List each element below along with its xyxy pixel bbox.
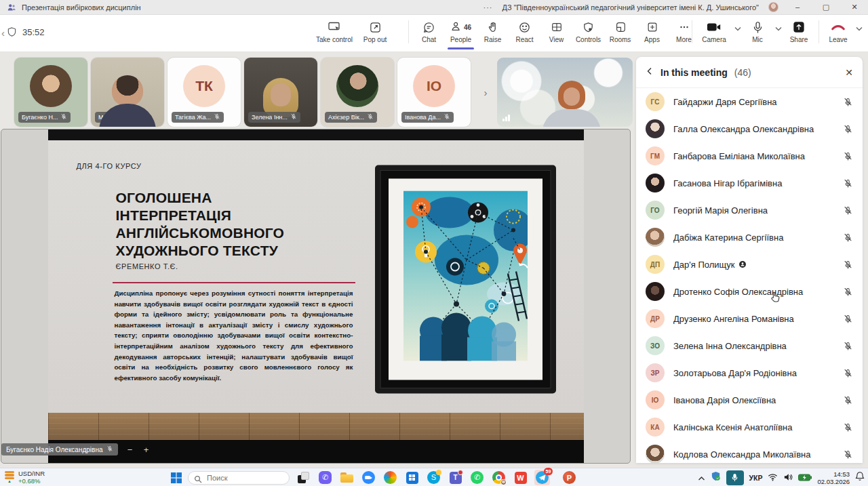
avatar-initials: ЗР — [646, 363, 665, 382]
raise-button[interactable]: Raise — [477, 19, 509, 43]
panel-close-icon[interactable]: ✕ — [845, 67, 853, 78]
titlebar-more-icon[interactable]: ··· — [483, 3, 492, 12]
store-icon[interactable] — [404, 470, 420, 485]
participant-row[interactable]: ЗРЗолотарьова Дар'я Родіонівна — [636, 359, 863, 386]
avatar[interactable] — [768, 2, 778, 12]
mic-muted-icon[interactable] — [843, 287, 853, 297]
start-button[interactable] — [171, 472, 182, 483]
controls-label: Controls — [576, 36, 601, 43]
mic-button[interactable]: Mic — [743, 19, 772, 43]
mic-muted-icon[interactable] — [843, 449, 853, 460]
panel-back-icon[interactable] — [646, 67, 654, 77]
people-button[interactable]: 46 People — [445, 19, 477, 43]
task-view-icon[interactable] — [296, 470, 311, 485]
minimize-button[interactable]: – — [788, 0, 807, 14]
participant-row[interactable]: ДПДар'я Полищук — [636, 251, 863, 278]
windows-taskbar: ▲ USD/INR +0.68% ✆ST✆W59P УКР 14:53 02.0… — [0, 468, 868, 486]
strip-prev-icon[interactable]: ‹ — [1, 27, 5, 39]
mic-muted-icon[interactable] — [843, 151, 853, 161]
mic-chevron-icon[interactable] — [775, 23, 782, 33]
participant-row[interactable]: ГОГеоргій Марія Олегівна — [636, 197, 863, 224]
participant-row[interactable]: Дабіжа Катерина Сергіївна — [636, 224, 863, 251]
mic-muted-icon[interactable] — [843, 368, 853, 378]
viber-icon[interactable]: ✆ — [317, 470, 333, 485]
participant-row[interactable]: ДРДрузенко Ангеліна Романівна — [636, 305, 863, 332]
zoom-in-button[interactable]: + — [141, 445, 151, 455]
mic-in-use-indicator[interactable] — [726, 470, 744, 485]
participant-row[interactable]: Кодлова Олександра Миколаївна — [636, 441, 863, 463]
chrome-icon[interactable] — [491, 470, 507, 485]
apps-button[interactable]: Apps — [636, 19, 668, 43]
mic-muted-icon[interactable] — [843, 260, 853, 270]
participant-row[interactable]: ІОІванова Дарія Олексіївна — [636, 386, 863, 413]
participant-row[interactable]: Дротенко Софія Олександрівна — [636, 278, 863, 305]
camera-button[interactable]: Camera — [696, 19, 732, 43]
video-tile[interactable]: Зелена Інн... — [244, 58, 317, 127]
tray-expand-icon[interactable] — [698, 472, 705, 484]
mic-muted-icon[interactable] — [843, 178, 853, 188]
participant-row[interactable]: Галла Олександра Олександрівна — [636, 115, 863, 142]
leave-chevron-icon[interactable] — [856, 23, 863, 33]
controls-button[interactable]: Controls — [572, 19, 604, 43]
mic-muted-icon[interactable] — [843, 422, 853, 432]
restore-button[interactable]: ▢ — [816, 0, 835, 14]
battery-icon[interactable] — [798, 472, 812, 484]
wifi-icon[interactable] — [768, 472, 778, 484]
search-input[interactable] — [188, 471, 290, 485]
mic-muted-icon[interactable] — [843, 232, 853, 243]
react-button[interactable]: React — [509, 19, 540, 43]
mic-muted-icon[interactable] — [843, 97, 853, 107]
participant-row[interactable]: Гасанова Нігар Ібрагімівна — [636, 169, 863, 197]
participant-row[interactable]: ГСГайдаржи Даря Сергіївна — [636, 88, 863, 115]
mic-muted-icon[interactable] — [843, 314, 853, 324]
participant-row[interactable]: КАКалінська Ксенія Анатоліївна — [636, 413, 863, 441]
participant-row[interactable]: ГМГанбарова Еміліана Миколаївна — [636, 142, 863, 169]
windows-security-icon[interactable] — [711, 471, 721, 484]
rooms-button[interactable]: Rooms — [604, 19, 636, 43]
copilot-icon[interactable] — [382, 470, 398, 485]
mic-muted-icon[interactable] — [843, 341, 853, 351]
mic-muted-icon[interactable] — [843, 395, 853, 405]
clock[interactable]: 14:53 02.03.2026 — [817, 470, 850, 485]
pop-out-button[interactable]: Pop out — [355, 19, 395, 43]
powerpoint-icon[interactable]: P — [561, 470, 577, 485]
panel-title: In this meeting — [660, 67, 728, 78]
video-tile[interactable]: Бугаєнко Н... — [14, 58, 87, 127]
w-app-icon[interactable]: W — [513, 470, 528, 485]
people-label: People — [450, 36, 471, 43]
zoom-out-button[interactable]: − — [125, 445, 134, 455]
avatar-initials: ІО — [646, 390, 665, 409]
video-tile[interactable]: ІО Іванова Да... — [397, 58, 471, 127]
zoom-icon[interactable] — [361, 470, 376, 485]
strip-next-icon[interactable]: › — [479, 87, 492, 98]
take-control-button[interactable]: Take control — [313, 19, 355, 43]
language-indicator[interactable]: УКР — [749, 474, 763, 482]
tray-time: 14:53 — [817, 470, 850, 478]
chat-button[interactable]: Chat — [413, 19, 445, 43]
avatar — [30, 65, 72, 107]
video-tile[interactable]: Мельниче... — [91, 58, 164, 127]
close-button[interactable]: ✕ — [845, 0, 864, 14]
telegram-icon[interactable]: 59 — [534, 470, 550, 485]
speaker-icon[interactable] — [783, 472, 793, 484]
mic-muted-icon[interactable] — [843, 205, 853, 216]
camera-chevron-icon[interactable] — [734, 23, 741, 33]
share-button[interactable]: Share — [783, 19, 814, 43]
mic-muted-icon[interactable] — [843, 124, 853, 134]
whatsapp-icon[interactable]: ✆ — [469, 470, 485, 485]
explorer-icon[interactable] — [339, 470, 355, 485]
shared-screen[interactable]: ДЛЯ 4-ГО КУРСУ ОГОЛОШЕНА ІНТЕРПРЕТАЦІЯ А… — [1, 129, 631, 464]
view-button[interactable]: View — [540, 19, 572, 43]
meeting-title: Презентація вибіркових дисциплін — [22, 3, 141, 12]
stocks-widget[interactable]: ▲ USD/INR +0.68% — [5, 470, 45, 485]
telegram-badge: 59 — [544, 468, 553, 475]
active-speaker-tile[interactable] — [497, 58, 633, 127]
video-tile[interactable]: ТК Тагієва Жа... — [167, 58, 241, 127]
participant-row[interactable]: ЗОЗелена Інна Олександрівна — [636, 332, 863, 359]
skype-icon[interactable]: S — [426, 470, 441, 485]
leave-button[interactable]: Leave — [823, 19, 853, 43]
video-tile[interactable]: Ахієзер Вік... — [321, 58, 394, 127]
taskbar-search[interactable] — [188, 471, 290, 485]
notification-bell-icon[interactable] — [855, 471, 865, 484]
teams-icon[interactable]: T — [448, 470, 463, 485]
